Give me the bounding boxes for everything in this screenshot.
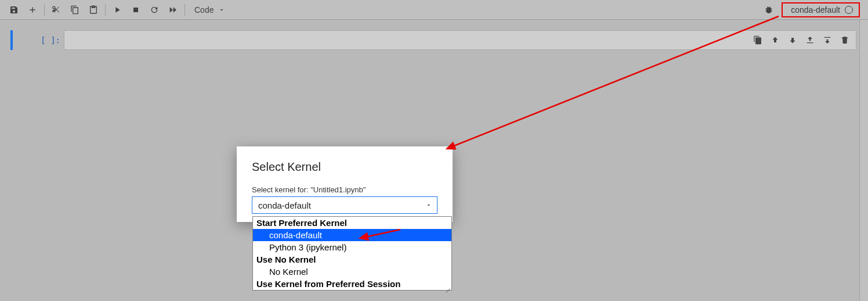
kernel-select-value: conda-default [258, 200, 311, 210]
kernel-name: conda-default [791, 5, 840, 15]
copy-button[interactable] [67, 2, 83, 18]
dropdown-item-python3[interactable]: Python 3 (ipykernel) [253, 241, 451, 253]
delete-cell-button[interactable] [837, 33, 853, 48]
run-button[interactable] [109, 2, 125, 18]
select-kernel-dialog: Select Kernel Select kernel for: "Untitl… [237, 146, 453, 222]
paste-button[interactable] [85, 2, 102, 18]
kernel-dropdown: Start Preferred Kernel conda-default Pyt… [252, 216, 452, 291]
cut-button[interactable] [48, 2, 64, 18]
cell-type-select[interactable]: Code [189, 2, 231, 18]
move-cell-down-button[interactable] [784, 33, 801, 48]
dialog-title: Select Kernel [252, 160, 437, 174]
code-cell[interactable]: [ ]: [10, 30, 856, 50]
dropdown-group-header: Use No Kernel [253, 253, 451, 266]
cell-prompt: [ ]: [36, 30, 64, 50]
insert-cell-below-button[interactable] [819, 33, 836, 48]
resize-handle-icon[interactable] [444, 283, 450, 289]
stop-button[interactable] [128, 2, 144, 18]
dropdown-item-conda-default[interactable]: conda-default [253, 229, 451, 241]
kernel-select[interactable]: conda-default [252, 196, 437, 214]
insert-cell-button[interactable] [24, 2, 41, 18]
save-button[interactable] [6, 2, 22, 18]
duplicate-cell-button[interactable] [750, 33, 766, 48]
insert-cell-above-button[interactable] [802, 33, 818, 48]
debugger-icon[interactable] [761, 2, 777, 18]
toolbar-separator [44, 4, 45, 16]
restart-run-all-button[interactable] [165, 2, 181, 18]
notebook-toolbar: Code conda-default [0, 0, 868, 20]
toolbar-separator [105, 4, 106, 16]
chevron-down-icon [425, 202, 432, 209]
dropdown-group-header: Start Preferred Kernel [253, 217, 451, 229]
dropdown-group-header: Use Kernel from Preferred Session [253, 278, 451, 290]
dropdown-item-no-kernel[interactable]: No Kernel [253, 266, 451, 278]
scrollbar-gutter[interactable] [859, 20, 868, 301]
cell-active-indicator [10, 30, 13, 50]
move-cell-up-button[interactable] [767, 33, 783, 48]
cell-type-label: Code [194, 5, 214, 15]
cell-input-area[interactable] [64, 30, 856, 50]
restart-button[interactable] [146, 2, 162, 18]
toolbar-right: conda-default [761, 2, 862, 18]
kernel-indicator[interactable]: conda-default [782, 2, 860, 17]
toolbar-separator [185, 4, 185, 16]
cell-toolbar [750, 33, 853, 48]
chevron-down-icon [218, 6, 225, 13]
dialog-label: Select kernel for: "Untitled1.ipynb" [252, 185, 437, 194]
kernel-status-icon [845, 6, 853, 14]
